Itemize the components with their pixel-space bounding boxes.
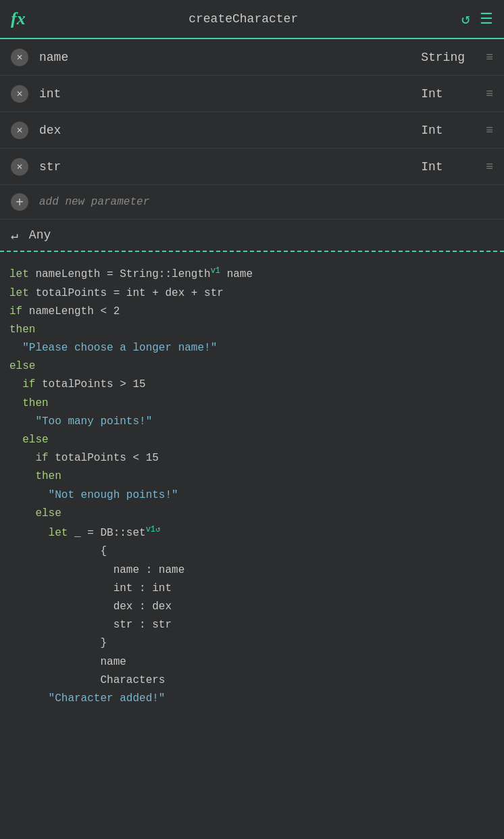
code-line-8: then [9,395,495,413]
function-title: createCharacter [188,12,298,26]
header: fx createCharacter ↺ ☰ [0,0,504,39]
param-dex-label: dex [39,124,421,137]
param-row-dex: dex Int ≡ [0,112,504,149]
remove-param-str-button[interactable] [11,158,28,176]
code-line-5: "Please choose a longer name!" [9,339,495,357]
code-line-9: "Too many points!" [9,413,495,431]
code-line-15: let _ = DB::setv1↺ [9,523,495,543]
header-actions: ↺ ☰ [461,10,493,28]
remove-param-name-button[interactable] [11,49,28,66]
code-line-23: Characters [9,671,495,690]
code-line-12: then [9,467,495,486]
param-int-type[interactable]: Int [421,87,475,101]
param-int-label: int [39,87,421,101]
add-param-label: add new parameter [39,196,149,208]
code-line-18: int : int [9,580,495,598]
param-row-int: int Int ≡ [0,76,504,112]
add-param-button[interactable]: + [11,193,28,211]
code-line-7: if totalPoints > 15 [9,376,495,394]
code-line-24: "Character added!" [9,690,495,708]
param-row-name: name String ≡ [0,39,504,76]
code-line-3: if nameLength < 2 [9,303,495,321]
code-line-4: then [9,321,495,339]
menu-icon[interactable]: ☰ [480,10,493,28]
code-line-13: "Not enough points!" [9,486,495,505]
param-name-type[interactable]: String [421,51,475,64]
remove-param-int-button[interactable] [11,85,28,103]
refresh-icon[interactable]: ↺ [461,10,470,28]
remove-param-dex-button[interactable] [11,122,28,139]
drag-handle-name[interactable]: ≡ [486,51,493,64]
param-name-label: name [39,51,421,64]
param-str-label: str [39,160,421,174]
code-line-16: { [9,542,495,561]
return-type-label[interactable]: Any [29,228,51,242]
code-section: let nameLength = String::lengthv1 name l… [0,252,504,720]
code-line-21: } [9,634,495,653]
param-str-type[interactable]: Int [421,160,475,174]
code-line-20: str : str [9,616,495,634]
code-line-1: let nameLength = String::lengthv1 name [9,264,495,284]
drag-handle-dex[interactable]: ≡ [486,124,493,137]
return-type-row: ↵ Any [0,220,504,252]
code-line-10: else [9,431,495,449]
add-param-row: + add new parameter [0,185,504,220]
param-dex-type[interactable]: Int [421,124,475,137]
param-row-str: str Int ≡ [0,149,504,185]
return-icon: ↵ [11,228,18,243]
code-line-17: name : name [9,561,495,580]
logo-icon: fx [11,9,26,29]
code-line-11: if totalPoints < 15 [9,449,495,467]
drag-handle-str[interactable]: ≡ [486,160,493,174]
code-line-2: let totalPoints = int + dex + str [9,284,495,303]
code-line-6: else [9,357,495,376]
code-line-14: else [9,505,495,523]
code-line-19: dex : dex [9,598,495,616]
code-line-22: name [9,653,495,671]
params-section: name String ≡ int Int ≡ dex Int ≡ str In… [0,39,504,252]
drag-handle-int[interactable]: ≡ [486,87,493,101]
